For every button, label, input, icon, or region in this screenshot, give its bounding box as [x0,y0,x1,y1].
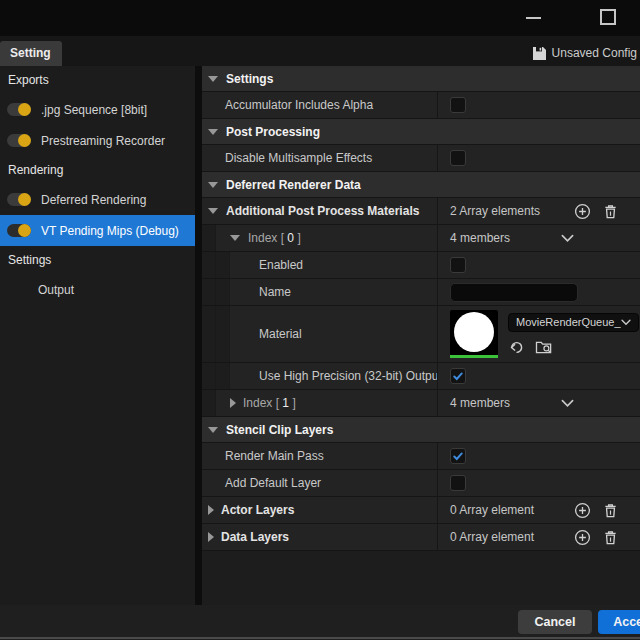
material-value: MovieRenderQueue_ [438,310,639,358]
toggle-knob-icon [18,224,31,237]
sidebar-item[interactable]: Deferred Rendering [0,184,195,215]
sidebar-item[interactable]: Output [0,274,195,305]
details-panel: SettingsAccumulator Includes AlphaPost P… [202,66,640,605]
footer-bar: Cancel Accept [0,605,640,640]
expander-triangle-icon[interactable] [208,76,218,82]
maximize-button[interactable] [600,9,616,25]
expander-triangle-icon[interactable] [208,505,214,515]
category-label: Settings [226,72,273,86]
checkbox[interactable] [450,150,466,166]
label-column: Render Main Pass [202,443,437,469]
tab-setting[interactable]: Setting [0,41,62,66]
property-label: Add Default Layer [225,476,321,490]
delete-elements-icon[interactable] [603,203,618,220]
unsaved-config-label: Unsaved Config [552,46,637,60]
unsaved-config-button[interactable]: Unsaved Config [532,46,640,66]
struct-label: Index [ 1 ] [243,396,296,410]
value-column [437,145,640,171]
add-element-icon[interactable] [574,529,591,546]
checkbox[interactable] [450,97,466,113]
toggle-switch[interactable] [7,134,31,147]
checkbox[interactable] [450,368,466,384]
value-column [437,92,640,118]
sidebar-item[interactable]: VT Pending Mips (Debug) [0,215,195,246]
value-column: MovieRenderQueue_ [437,306,640,362]
expander-triangle-icon[interactable] [230,235,240,241]
add-element-icon[interactable] [574,203,591,220]
category-header-row[interactable]: Stencil Clip Layers [202,417,640,443]
sidebar-item-label: Output [38,283,74,297]
toggle-knob-icon [18,134,31,147]
sidebar-item[interactable]: Prestreaming Recorder [0,125,195,156]
expander-triangle-icon[interactable] [230,398,236,408]
label-column: Index [ 1 ] [202,390,437,416]
toggle-switch[interactable] [7,224,31,237]
asset-icon-row [508,339,639,356]
category-label: Post Processing [226,125,320,139]
toggle-knob-icon [18,193,31,206]
expander-triangle-icon[interactable] [208,129,218,135]
cancel-button[interactable]: Cancel [518,610,592,634]
array-row: Data Layers0 Array element [202,524,640,551]
property-label: Use High Precision (32-bit) Output [259,369,437,383]
expander-triangle-icon[interactable] [208,427,218,433]
checkbox[interactable] [450,475,466,491]
accept-button[interactable]: Accept [598,610,640,634]
browse-to-asset-icon[interactable] [535,339,554,355]
property-label: Material [259,327,302,341]
category-header-row[interactable]: Deferred Renderer Data [202,172,640,198]
expander-triangle-icon[interactable] [208,182,218,188]
value-column [437,363,640,389]
label-column: Additional Post Process Materials [202,198,437,224]
sidebar-item[interactable]: .jpg Sequence [8bit] [0,94,195,125]
indent-guide [216,279,230,305]
expander-triangle-icon[interactable] [208,208,218,214]
value-column [437,443,640,469]
indent-guide [202,306,216,362]
value-column [437,252,640,278]
label-column: Disable Multisample Effects [202,145,437,171]
array-actions [574,502,640,519]
indent-guide [202,390,216,416]
label-column: Enabled [202,252,437,278]
name-text-input[interactable] [450,283,578,302]
array-actions [574,203,640,220]
delete-elements-icon[interactable] [603,502,618,519]
add-element-icon[interactable] [574,502,591,519]
label-column: Index [ 0 ] [202,225,437,251]
material-controls: MovieRenderQueue_ [508,313,639,356]
label-column: Accumulator Includes Alpha [202,92,437,118]
delete-elements-icon[interactable] [603,529,618,546]
struct-label: Index [ 0 ] [248,231,301,245]
asset-thumbnail[interactable] [450,310,498,358]
category-header-row[interactable]: Post Processing [202,119,640,145]
asset-type-color-bar [450,355,498,358]
label-column: Actor Layers [202,497,437,523]
value-column: 0 Array element [437,497,640,523]
chevron-down-icon[interactable] [561,234,574,243]
toggle-switch[interactable] [7,193,31,206]
index-number: 0 [287,231,294,245]
property-label: Enabled [259,258,303,272]
indent-guide [216,252,230,278]
sidebar-section-settings: Settings [0,246,195,274]
minimize-button[interactable] [526,17,541,19]
array-label: Data Layers [221,530,289,544]
asset-dropdown[interactable]: MovieRenderQueue_ [508,313,639,332]
value-column: 0 Array element [437,524,640,550]
expander-triangle-icon[interactable] [208,532,214,542]
indent-guide [216,306,230,362]
indent-guide [202,252,216,278]
movie-render-queue-settings-window: Setting Unsaved Config Exports.jpg Seque… [0,0,640,640]
label-column: Add Default Layer [202,470,437,496]
array-label: Additional Post Process Materials [226,204,419,218]
category-header-row[interactable]: Settings [202,66,640,92]
checkbox[interactable] [450,448,466,464]
label-column: Data Layers [202,524,437,550]
toggle-switch[interactable] [7,103,31,116]
chevron-down-icon[interactable] [561,399,574,408]
checkbox[interactable] [450,257,466,273]
array-label: Actor Layers [221,503,294,517]
property-label: Render Main Pass [225,449,324,463]
use-selected-asset-icon[interactable] [508,339,525,356]
